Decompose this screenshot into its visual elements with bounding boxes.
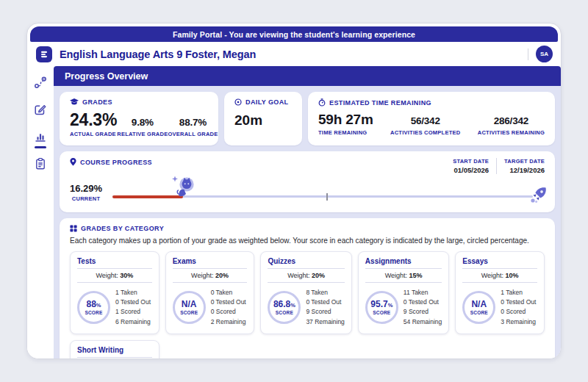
overall-grade-stat: 88.7% OVERALL GRADE (168, 118, 218, 137)
banner-text: Family Portal - You are viewing the stud… (173, 30, 415, 39)
graduation-cap-icon (70, 98, 79, 106)
target-icon (234, 98, 242, 106)
edit-icon (34, 103, 47, 116)
logo-icon (39, 49, 49, 60)
current-progress-block: 16.29% CURRENT (70, 183, 102, 203)
overall-grade-value: 88.7% (179, 118, 207, 129)
activities-completed-value: 56/342 (411, 116, 440, 127)
actual-grade-stat: 24.3% ACTUAL GRADE (70, 112, 117, 137)
category-card-short-writing: Short Writing Weight: 5% (70, 340, 159, 359)
course-progress-header: COURSE PROGRESS (70, 158, 152, 166)
category-stats: 11 Taken 0 Tested Out 9 Scored 54 Remain… (404, 288, 442, 327)
relative-grade-stat: 9.8% RELATIVE GRADE (117, 118, 168, 137)
time-remaining-value: 59h 27m (318, 112, 373, 127)
category-weight: Weight: 10% (462, 269, 537, 283)
progress-track (112, 176, 545, 203)
category-card-tests: Tests Weight: 30% 88% SCORE (70, 251, 159, 334)
score-circle: 88% SCORE (77, 291, 110, 324)
sidebar-item-course-map[interactable] (34, 76, 47, 89)
activities-remaining-value: 286/342 (494, 116, 528, 127)
course-title: English Language Arts 9 Foster, Megan (60, 48, 520, 60)
daily-goal-value: 20m (234, 112, 292, 129)
stopwatch-icon (318, 98, 326, 107)
family-portal-banner: Family Portal - You are viewing the stud… (30, 26, 558, 42)
sidebar (27, 66, 54, 358)
category-card-exams: Exams Weight: 20% N/A SCORE (165, 251, 255, 334)
score-circle: N/A SCORE (173, 291, 206, 324)
progress-midpoint-tick (326, 193, 328, 201)
estimated-time-card: ESTIMATED TIME REMAINING 59h 27m TIME RE… (308, 92, 555, 145)
bar-chart-icon (34, 130, 47, 143)
category-stats: 0 Taken 0 Tested Out 0 Scored 2 Remainin… (211, 288, 246, 327)
map-pin-icon (70, 158, 76, 166)
category-weight: Weight: 5% (77, 358, 152, 359)
grades-card-header: GRADES (70, 98, 208, 106)
user-avatar[interactable]: SA (536, 46, 553, 62)
category-stats: 1 Taken 0 Tested Out 1 Scored 6 Remainin… (115, 288, 151, 327)
daily-goal-card: DAILY GOAL 20m (224, 92, 302, 145)
category-weight: Weight: 20% (268, 269, 344, 283)
app-window: Family Portal - You are viewing the stud… (26, 23, 562, 359)
rocket-icon (529, 185, 548, 204)
app-header: English Language Arts 9 Foster, Megan SA (27, 42, 561, 66)
activities-completed-stat: 56/342 ACTIVITIES COMPLETED (390, 116, 460, 136)
target-date-value: 12/19/2026 (509, 166, 545, 174)
current-progress-value: 16.29% (70, 183, 102, 194)
app-logo (36, 46, 52, 62)
relative-grade-value: 9.8% (132, 118, 154, 129)
start-date-value: 01/05/2026 (453, 166, 489, 174)
start-date-block: START DATE 01/05/2026 (453, 158, 489, 174)
sidebar-item-assignments[interactable] (34, 103, 47, 116)
category-weight: Weight: 15% (365, 269, 442, 283)
sidebar-item-gradebook[interactable] (34, 157, 47, 170)
target-date-block: TARGET DATE 12/19/2026 (496, 158, 545, 174)
grades-by-category-header: GRADES BY CATEGORY (70, 225, 545, 232)
category-card-assignments: Assignments Weight: 15% 95.7% SCORE (358, 251, 449, 334)
category-weight: Weight: 20% (173, 269, 248, 283)
grades-card: GRADES 24.3% ACTUAL GRADE 9.8% RELATIVE … (60, 92, 218, 145)
course-dates: START DATE 01/05/2026 TARGET DATE 12/19/… (453, 158, 545, 174)
mascot-cat-icon (169, 175, 197, 199)
category-weight: Weight: 30% (77, 269, 152, 283)
score-circle: N/A SCORE (462, 291, 495, 324)
course-progress-card: COURSE PROGRESS START DATE 01/05/2026 TA… (60, 151, 555, 212)
grades-by-category-description: Each category makes up a portion of your… (70, 237, 545, 245)
clipboard-icon (34, 157, 47, 170)
score-circle: 95.7% SCORE (365, 291, 398, 324)
category-stats: 1 Taken 0 Tested Out 0 Scored 3 Remainin… (501, 288, 536, 327)
time-remaining-stat: 59h 27m TIME REMAINING (318, 112, 373, 136)
content-area: GRADES 24.3% ACTUAL GRADE 9.8% RELATIVE … (54, 86, 561, 358)
activities-remaining-stat: 286/342 ACTIVITIES REMAINING (478, 116, 545, 136)
score-circle: 86.8% SCORE (268, 291, 301, 324)
category-grid-icon (70, 225, 77, 232)
category-stats: 8 Taken 0 Tested Out 9 Scored 37 Remaini… (306, 288, 344, 327)
actual-grade-value: 24.3% (70, 112, 117, 129)
category-card-quizzes: Quizzes Weight: 20% 86.8% SCORE (260, 251, 351, 334)
estimated-time-header: ESTIMATED TIME REMAINING (318, 98, 545, 107)
daily-goal-header: DAILY GOAL (234, 98, 292, 106)
grades-by-category-card: GRADES BY CATEGORY Each category makes u… (60, 218, 555, 359)
page-title: Progress Overview (54, 66, 561, 86)
category-card-essays: Essays Weight: 10% N/A SCORE (455, 251, 545, 334)
route-icon (34, 76, 47, 89)
header-divider (528, 48, 528, 60)
category-grid: Tests Weight: 30% 88% SCORE (70, 251, 545, 359)
sidebar-item-progress[interactable] (34, 130, 47, 143)
